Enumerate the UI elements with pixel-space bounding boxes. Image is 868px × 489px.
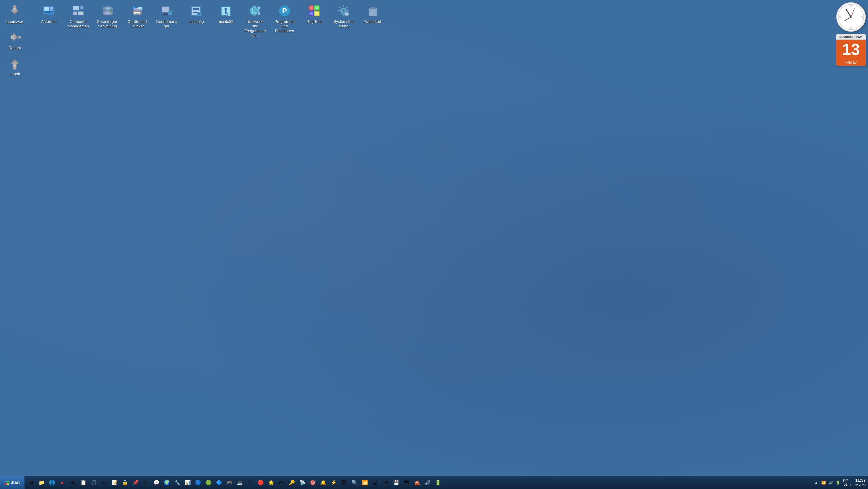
taskbar-icon-16[interactable]: 📊 bbox=[183, 478, 192, 487]
start-button[interactable]: Start bbox=[0, 476, 25, 489]
taskbar-icon-38[interactable]: 🎪 bbox=[412, 478, 422, 487]
taskbar-icon-22[interactable]: 🛡 bbox=[245, 478, 255, 487]
taskbar-icon-14[interactable]: 🌍 bbox=[162, 478, 172, 487]
taskbar-icon-19[interactable]: 🔷 bbox=[214, 478, 224, 487]
svg-rect-34 bbox=[138, 7, 143, 9]
svg-rect-60 bbox=[229, 13, 230, 14]
clock-tray[interactable]: 11:37 13.12.2024 bbox=[850, 478, 866, 487]
svg-rect-26 bbox=[111, 10, 112, 11]
svg-text:P: P bbox=[282, 7, 287, 15]
taskbar-icon-7[interactable]: 🎵 bbox=[89, 478, 98, 487]
svg-rect-57 bbox=[225, 10, 226, 14]
control-panel-label: Systemsteuerung bbox=[333, 20, 354, 29]
network-desktop-icon[interactable]: Netzwerk- und Freigabecenter... bbox=[243, 2, 268, 39]
msinfo32-svg bbox=[219, 4, 232, 17]
regedit-img bbox=[306, 3, 322, 19]
language-indicator[interactable]: DE DE bbox=[843, 479, 848, 487]
taskbar-icon-18[interactable]: 🟢 bbox=[204, 478, 213, 487]
svg-text:!: ! bbox=[169, 11, 171, 15]
shutdown-svg bbox=[8, 5, 21, 18]
svg-rect-79 bbox=[310, 6, 313, 9]
svg-rect-51 bbox=[199, 15, 200, 16]
clock-face bbox=[837, 3, 865, 31]
taskbar-icon-36[interactable]: 💾 bbox=[391, 478, 401, 487]
taskbar-icon-5[interactable]: ⚙ bbox=[68, 478, 78, 487]
taskbar-icon-34[interactable]: 🖨 bbox=[371, 478, 380, 487]
taskbar-icon-6[interactable]: 📋 bbox=[79, 478, 88, 487]
logoff-label: Logoff bbox=[9, 72, 20, 76]
svg-point-35 bbox=[133, 7, 135, 9]
devices-printers-desktop-icon[interactable]: Geräte und Drucker bbox=[125, 2, 150, 30]
taskbar-icon-40[interactable]: 🔋 bbox=[433, 478, 443, 487]
svg-rect-112 bbox=[5, 483, 7, 485]
recycle-bin-img bbox=[365, 3, 381, 19]
svg-rect-3 bbox=[19, 36, 21, 38]
taskbar-icon-28[interactable]: 🎯 bbox=[308, 478, 317, 487]
taskbar-icon-8[interactable]: 🗂 bbox=[99, 478, 109, 487]
taskbar-icon-20[interactable]: 🎮 bbox=[224, 478, 234, 487]
tray-volume-icon[interactable]: 🔊 bbox=[828, 480, 834, 486]
taskbar-icons-area: 🖥 📁 🌐 ● ⚙ 📋 🎵 🗂 📝 🔒 📌 🖱 💬 🌍 🔧 📊 🔵 🟢 🔷 🎮 … bbox=[25, 478, 811, 487]
regedit-svg bbox=[308, 4, 320, 17]
taskbar-icon-10[interactable]: 🔒 bbox=[120, 478, 130, 487]
taskbar-icon-33[interactable]: 📶 bbox=[360, 478, 370, 487]
svg-rect-45 bbox=[193, 9, 199, 10]
taskbar-icon-25[interactable]: 🗃 bbox=[277, 478, 286, 487]
msconfig-desktop-icon[interactable]: msconfig bbox=[184, 2, 209, 25]
taskbar-icon-15[interactable]: 🔧 bbox=[172, 478, 182, 487]
taskbar-icon-39[interactable]: 🔊 bbox=[423, 478, 432, 487]
start-label: Start bbox=[10, 480, 20, 485]
msinfo32-desktop-icon[interactable]: msinfo32 bbox=[213, 2, 238, 25]
taskbar-icon-29[interactable]: 🔔 bbox=[318, 478, 328, 487]
programs-desktop-icon[interactable]: P Programme und Funktionen bbox=[272, 2, 297, 35]
taskbar-icon-35[interactable]: 🖲 bbox=[381, 478, 391, 487]
taskbar-icon-4[interactable]: ● bbox=[58, 478, 67, 487]
control-panel-img bbox=[336, 3, 351, 19]
calendar-widget[interactable]: December 2024 13 Friday bbox=[836, 34, 866, 66]
taskbar-icon-9[interactable]: 📝 bbox=[110, 478, 119, 487]
tray-icon-1[interactable]: ▲ bbox=[813, 480, 819, 486]
logoff-icon-img bbox=[7, 56, 23, 71]
taskbar-icon-13[interactable]: 💬 bbox=[152, 478, 161, 487]
network-label: Netzwerk- und Freigabecenter... bbox=[244, 20, 266, 38]
shutdown-icon-img bbox=[7, 4, 23, 19]
tray-battery-icon[interactable]: 🔋 bbox=[835, 480, 841, 486]
taskbar-icon-24[interactable]: ⭐ bbox=[266, 478, 276, 487]
regedit-desktop-icon[interactable]: Reg-Edit bbox=[302, 2, 327, 25]
taskbar-icon-23[interactable]: 🔴 bbox=[256, 478, 265, 487]
taskbar-icon-12[interactable]: 🖱 bbox=[141, 478, 151, 487]
reboot-icon[interactable]: Reboot bbox=[2, 28, 27, 52]
taskbar-icon-2[interactable]: 📁 bbox=[37, 478, 46, 487]
clock-widget[interactable] bbox=[836, 2, 866, 32]
taskbar-icon-11[interactable]: 📌 bbox=[131, 478, 140, 487]
logoff-icon[interactable]: Logoff bbox=[2, 54, 27, 78]
computer-management-desktop-icon[interactable]: Computer Management bbox=[66, 2, 91, 35]
taskbar-icon-21[interactable]: 💻 bbox=[235, 478, 244, 487]
top-icons-row: Autoruns Computer Management bbox=[32, 0, 390, 41]
device-manager-desktop-icon[interactable]: ! Gerätemanager bbox=[154, 2, 179, 30]
taskbar-icon-3[interactable]: 🌐 bbox=[47, 478, 57, 487]
svg-rect-38 bbox=[164, 13, 167, 14]
svg-rect-71 bbox=[257, 12, 260, 14]
recycle-bin-desktop-icon[interactable]: Papierkorb bbox=[361, 2, 385, 25]
taskbar-icon-31[interactable]: 🗄 bbox=[339, 478, 349, 487]
svg-point-56 bbox=[224, 8, 227, 10]
svg-rect-86 bbox=[343, 14, 344, 16]
taskbar-icon-26[interactable]: 🔑 bbox=[287, 478, 297, 487]
shutdown-icon[interactable]: Shutdown bbox=[2, 2, 27, 26]
taskbar-icon-32[interactable]: 🔍 bbox=[350, 478, 359, 487]
reboot-label: Reboot bbox=[9, 46, 21, 50]
control-panel-desktop-icon[interactable]: Systemsteuerung bbox=[331, 2, 356, 30]
autoruns-desktop-icon[interactable]: Autoruns bbox=[36, 2, 61, 25]
taskbar-icon-1[interactable]: 🖥 bbox=[26, 478, 36, 487]
taskbar-icon-17[interactable]: 🔵 bbox=[193, 478, 203, 487]
svg-rect-14 bbox=[73, 6, 79, 10]
taskbar-icon-27[interactable]: 📡 bbox=[298, 478, 307, 487]
tray-network-icon[interactable]: 📶 bbox=[820, 480, 827, 486]
taskbar-icon-37[interactable]: 🗺 bbox=[402, 478, 411, 487]
network-img bbox=[247, 3, 263, 19]
msinfo32-img bbox=[218, 3, 233, 19]
taskbar-icon-30[interactable]: ⚡ bbox=[329, 478, 338, 487]
tray-time: 11:37 bbox=[850, 478, 866, 483]
disk-management-desktop-icon[interactable]: Datenträger-verwaltung bbox=[95, 2, 120, 30]
